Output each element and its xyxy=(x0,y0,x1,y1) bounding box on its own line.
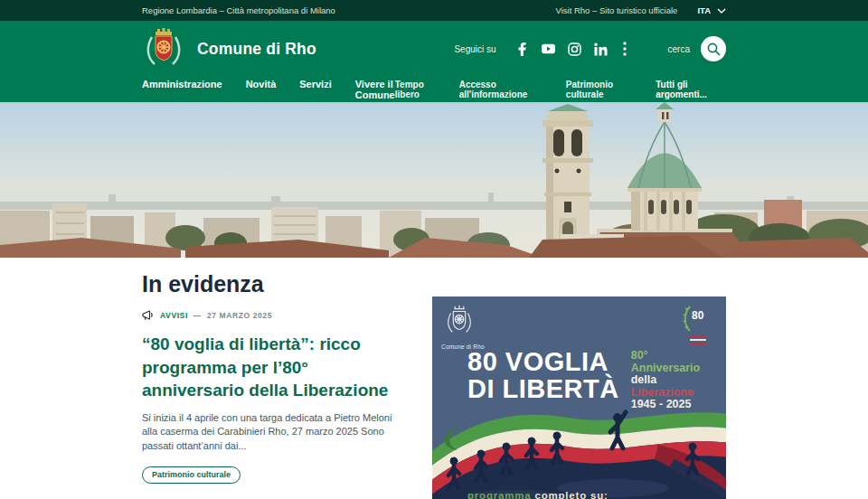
visit-rho-link[interactable]: Visit Rho – Sito turistico ufficiale xyxy=(556,5,678,15)
article-title[interactable]: “80 voglia di libertà”: ricco programma … xyxy=(142,333,399,402)
cityscape-illustration xyxy=(0,102,868,258)
region-label[interactable]: Regione Lombardia – Città metropolitana … xyxy=(142,5,335,15)
coat-of-arms-icon xyxy=(144,28,184,70)
follow-label: Seguici su xyxy=(454,44,495,54)
tricolor-ribbon-illustration xyxy=(432,396,726,499)
footer-word-2: completo xyxy=(534,490,587,499)
article-date: 27 MARZO 2025 xyxy=(207,311,272,320)
youtube-icon[interactable] xyxy=(542,42,555,56)
hero-image xyxy=(0,102,868,258)
article-category[interactable]: AVVISI xyxy=(160,311,188,320)
nav-amministrazione[interactable]: Amministrazione xyxy=(142,79,222,100)
search-label[interactable]: cerca xyxy=(668,44,690,54)
poster-footer-text: programma completo su: xyxy=(467,490,609,499)
nav-tutti-argomenti[interactable]: Tutti gli argomenti... xyxy=(656,80,726,99)
anniv-della: della xyxy=(631,374,700,387)
site-title[interactable]: Comune di Rho xyxy=(197,40,316,59)
anniv-80: 80° xyxy=(631,350,700,362)
top-bar: Regione Lombardia – Città metropolitana … xyxy=(0,0,868,21)
instagram-icon[interactable] xyxy=(568,42,581,56)
megaphone-icon xyxy=(142,310,155,321)
nav-accesso-informazione[interactable]: Accesso all'informazione xyxy=(459,80,548,99)
event-poster[interactable]: Comune di Rho 80 80 VOGLIA DI xyxy=(432,297,726,499)
main-content: In evidenza AVVISI — 27 MARZO 2025 “80 v… xyxy=(0,258,868,499)
more-options-icon[interactable] xyxy=(623,42,627,56)
poster-coat-of-arms: Comune di Rho xyxy=(441,303,505,350)
meta-separator: — xyxy=(193,311,202,320)
poster-title-line1: 80 VOGLIA xyxy=(467,348,619,375)
site-header: Comune di Rho Seguici su xyxy=(0,21,868,77)
laurel-80-icon xyxy=(679,301,717,348)
article-excerpt: Si inizia il 4 aprile con una targa dedi… xyxy=(142,411,406,454)
municipality-logo[interactable] xyxy=(142,28,185,70)
language-label: ITA xyxy=(697,5,711,15)
featured-article: AVVISI — 27 MARZO 2025 “80 voglia di lib… xyxy=(142,303,413,499)
search-button[interactable] xyxy=(701,36,726,61)
nav-patrimonio-culturale[interactable]: Patrimonio culturale xyxy=(566,80,637,99)
chevron-down-icon xyxy=(717,8,726,14)
anniv-anniversario: Anniversario xyxy=(631,362,700,375)
footer-word-3: su: xyxy=(590,490,609,499)
badge-number: 80 xyxy=(692,309,703,322)
anniversary-badge: 80 xyxy=(679,301,717,348)
section-title: In evidenza xyxy=(142,270,726,297)
nav-tempo-libero[interactable]: Tempo libero xyxy=(395,80,441,99)
nav-servizi[interactable]: Servizi xyxy=(299,79,331,100)
footer-word-1: programma xyxy=(467,490,531,499)
facebook-icon[interactable] xyxy=(515,42,529,56)
coat-of-arms-outline-icon xyxy=(441,303,477,339)
nav-vivere-il-comune[interactable]: Vivere il Comune xyxy=(355,79,395,100)
tag-chip[interactable]: Patrimonio culturale xyxy=(142,466,241,484)
linkedin-icon[interactable] xyxy=(594,42,608,56)
language-selector[interactable]: ITA xyxy=(697,5,726,15)
main-navigation: Amministrazione Novità Servizi Vivere il… xyxy=(0,77,868,102)
search-icon xyxy=(706,42,721,56)
nav-novita[interactable]: Novità xyxy=(246,79,277,100)
